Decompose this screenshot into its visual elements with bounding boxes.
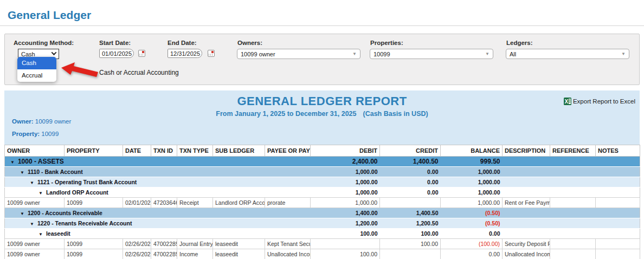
property-value: 10099 [41, 131, 59, 137]
collapse-icon[interactable]: ▼ [38, 191, 43, 196]
excel-icon: X [564, 98, 571, 105]
group-debit: 1,400.00 [311, 208, 380, 218]
general-ledger-table: OWNERPROPERTYDATETXN IDTXN TYPESUB LEDGE… [4, 145, 640, 259]
dropdown-triangle-icon: ▼ [621, 51, 626, 56]
dropdown-triangle-icon: ▼ [485, 51, 490, 56]
cell-payee: Kept Tenant Security De... [265, 239, 311, 249]
cell-property: 10099 [65, 239, 123, 249]
properties-value: 10099 [373, 51, 390, 57]
group-debit: 1,000.00 [311, 187, 380, 198]
column-header-description: DESCRIPTION [503, 145, 550, 157]
cell-property: 10099 [65, 198, 123, 208]
table-header-row: OWNERPROPERTYDATETXN IDTXN TYPESUB LEDGE… [5, 145, 640, 157]
start-date-input[interactable]: 01/01/2025 [99, 49, 134, 58]
owner-label: Owner: [12, 118, 34, 125]
start-date-calendar-icon[interactable] [138, 50, 145, 57]
properties-label: Properties: [370, 40, 403, 46]
group-balance: 1,000.00 [441, 177, 503, 187]
group-label: 1000 - ASSETS [18, 158, 64, 165]
dropdown-option-accrual[interactable]: Accrual [17, 69, 56, 82]
collapse-icon[interactable]: ▼ [30, 222, 34, 226]
group-row[interactable]: ▼1200 - Accounts Receivable1,400.001,400… [5, 208, 640, 218]
column-header-notes: NOTES [596, 145, 640, 157]
report-property-line: Property: 10099 [12, 131, 59, 137]
cell-sub-ledger: Landlord ORP Account [213, 198, 265, 208]
end-date-value: 12/31/2025 [170, 50, 200, 57]
accounting-method-value: Cash [21, 51, 35, 57]
export-to-excel-link[interactable]: X Export Report to Excel [564, 98, 635, 105]
column-header-payee-or-payer: PAYEE OR PAYER [265, 145, 311, 157]
group-label-cell: ▼Landlord ORP Account [5, 187, 311, 198]
chevron-down-icon [51, 50, 57, 55]
column-header-date: DATE [123, 145, 151, 157]
cell-owner: 10099 owner [5, 198, 65, 208]
group-debit: 1,200.00 [311, 218, 380, 229]
collapse-icon[interactable]: ▼ [20, 211, 24, 216]
table-row[interactable]: 10099 owner1009902/26/202547002285Journa… [5, 239, 640, 249]
property-label: Property: [12, 131, 40, 137]
group-row[interactable]: ▼Landlord ORP Account1,000.000.001,000.0… [5, 187, 640, 198]
owners-select[interactable]: 10099 owner ▼ [237, 49, 360, 59]
dropdown-triangle-icon: ▼ [352, 51, 357, 56]
group-spacer [503, 208, 640, 218]
collapse-icon[interactable]: ▼ [38, 232, 43, 237]
group-label-cell: ▼1220 - Tenants Receivable Account [5, 218, 311, 229]
end-date-label: End Date: [168, 40, 197, 46]
group-debit: 1,000.00 [311, 177, 380, 187]
collapse-icon[interactable]: ▼ [20, 170, 24, 175]
group-balance: 999.50 [441, 157, 503, 167]
group-row[interactable]: ▼leaseedit100.00100.000.00 [5, 229, 640, 239]
column-header-credit: CREDIT [380, 145, 441, 157]
group-label-cell: ▼1000 - ASSETS [5, 157, 311, 167]
group-label-cell: ▼leaseedit [5, 229, 311, 239]
group-row[interactable]: ▼1000 - ASSETS2,400.001,400.50999.50 [5, 157, 640, 167]
end-date-calendar-icon[interactable] [208, 50, 215, 57]
cell-txn-type: Journal Entry [177, 239, 213, 249]
collapse-icon[interactable]: ▼ [30, 180, 34, 185]
group-row[interactable]: ▼1121 - Operating Trust Bank Account1,00… [5, 177, 640, 187]
report-date-range: From January 1, 2025 to December 31, 202… [216, 110, 356, 118]
cell-property: 10099 [65, 249, 123, 259]
column-header-debit: DEBIT [311, 145, 380, 157]
group-debit: 1,000.00 [311, 167, 380, 177]
cell-sub-ledger: leaseedit [213, 239, 265, 249]
table-row[interactable]: 10099 owner1009902/26/202547002285Income… [5, 249, 640, 259]
group-row[interactable]: ▼1220 - Tenants Receivable Account1,200.… [5, 218, 640, 229]
collapse-icon[interactable]: ▼ [10, 160, 15, 165]
end-date-input[interactable]: 12/31/2025 [168, 49, 202, 58]
svg-text:X: X [564, 99, 568, 105]
group-credit: 0.00 [380, 187, 441, 198]
cell-owner: 10099 owner [5, 249, 65, 259]
group-spacer [503, 157, 640, 167]
cell-reference [550, 239, 596, 249]
cell-sub-ledger: leaseedit [213, 249, 265, 259]
group-balance: 1,000.00 [441, 167, 503, 177]
properties-select[interactable]: 10099 ▼ [370, 49, 493, 59]
group-credit: 1,400.50 [380, 208, 441, 218]
cell-description: Rent or Fee Payment ... [503, 198, 550, 208]
report-basis: (Cash Basis in USD) [363, 110, 428, 118]
cell-notes [596, 198, 640, 208]
dropdown-option-cash[interactable]: Cash [17, 57, 56, 69]
accounting-method-options: CashAccrual [17, 57, 56, 82]
annotation-arrow-icon [61, 62, 99, 78]
cell-debit: 1,000.00 [311, 198, 380, 208]
group-label: 1220 - Tenants Receivable Account [37, 220, 132, 226]
group-spacer [503, 177, 640, 187]
cell-payee: prorate [265, 198, 311, 208]
title-divider [0, 25, 644, 26]
group-credit: 0.00 [380, 167, 441, 177]
cell-balance: (100.00) [441, 239, 503, 249]
start-date-value: 01/01/2025 [102, 50, 132, 57]
column-header-balance: BALANCE [441, 145, 503, 157]
owners-label: Owners: [237, 40, 262, 46]
group-row[interactable]: ▼1110 - Bank Account1,000.000.001,000.00 [5, 167, 640, 177]
ledgers-value: All [510, 51, 516, 57]
ledgers-select[interactable]: All ▼ [506, 49, 629, 59]
report-owner-line: Owner: 10099 owner [12, 118, 71, 125]
report-title: GENERAL LEDGER REPORT [4, 90, 640, 108]
table-row[interactable]: 10099 owner1009902/01/202547203646Receip… [5, 198, 640, 208]
group-label-cell: ▼1200 - Accounts Receivable [5, 208, 311, 218]
group-label: Landlord ORP Account [46, 189, 108, 196]
cell-debit: 100.00 [311, 249, 380, 259]
